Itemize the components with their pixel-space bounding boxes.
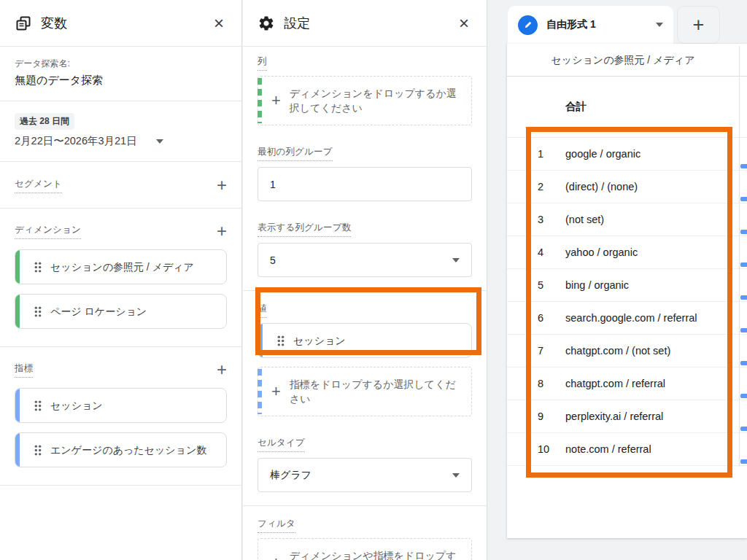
bar-chart-stub bbox=[740, 164, 747, 168]
chevron-down-icon[interactable] bbox=[656, 23, 663, 27]
column-groups-count-label: 表示する列グループ数 bbox=[258, 222, 351, 237]
bar-chart-stub bbox=[740, 295, 747, 300]
row-rank: 4 bbox=[538, 246, 565, 258]
add-metric-button[interactable]: + bbox=[217, 361, 227, 378]
settings-panel: 設定 × 列 + ディメンションをドロップするか選択してください 最初の列グルー… bbox=[243, 0, 487, 560]
add-tab-button[interactable]: + bbox=[677, 6, 720, 44]
row-value: google / organic bbox=[565, 148, 640, 160]
plus-icon: + bbox=[271, 93, 281, 108]
segments-label: セグメント bbox=[15, 178, 62, 193]
columns-dropzone[interactable]: + ディメンションをドロップするか選択してください bbox=[258, 76, 472, 125]
date-range-section[interactable]: 過去 28 日間 2月22日〜2026年3月21日 bbox=[0, 101, 241, 162]
metrics-dropzone[interactable]: + 指標をドロップするか選択してください bbox=[258, 367, 472, 416]
row-rank: 10 bbox=[538, 443, 565, 455]
metric-chip[interactable]: エンゲージのあったセッション数 bbox=[15, 432, 227, 467]
row-value: note.com / referral bbox=[565, 443, 651, 455]
drag-handle-icon[interactable] bbox=[34, 262, 42, 273]
table-row[interactable]: 10 note.com / referral bbox=[507, 432, 747, 465]
table-column-header-label: セッションの参照元 / メディア bbox=[507, 44, 739, 76]
row-value: chatgpt.com / referral bbox=[565, 378, 665, 389]
metric-chip[interactable]: セッション bbox=[15, 388, 227, 423]
bar-chart-stub bbox=[740, 427, 747, 431]
drag-handle-icon[interactable] bbox=[277, 335, 285, 346]
first-column-group-label: 最初の列グループ bbox=[258, 146, 333, 161]
row-rank: 2 bbox=[538, 181, 565, 192]
bar-chart-stub bbox=[740, 459, 747, 464]
variables-icon bbox=[15, 15, 32, 32]
row-rank: 1 bbox=[538, 148, 565, 160]
table-column-header[interactable]: セッションの参照元 / メディア bbox=[507, 44, 747, 77]
drag-handle-icon[interactable] bbox=[34, 306, 42, 317]
divider bbox=[243, 505, 487, 506]
bar-chart-stub bbox=[740, 230, 747, 234]
add-segment-button[interactable]: + bbox=[217, 176, 227, 194]
add-dimension-button[interactable]: + bbox=[217, 222, 227, 240]
dimension-chip[interactable]: セッションの参照元 / メディア bbox=[15, 249, 227, 284]
table-row[interactable]: 3 (not set) bbox=[507, 203, 747, 236]
value-metric-chip-label: セッション bbox=[293, 333, 346, 348]
drag-handle-icon[interactable] bbox=[34, 445, 42, 456]
row-value: search.google.com / referral bbox=[565, 312, 697, 324]
first-column-group-input[interactable]: 1 bbox=[258, 167, 472, 201]
dimension-chip-label: ページ ロケーション bbox=[50, 304, 147, 319]
chevron-down-icon[interactable] bbox=[156, 139, 163, 144]
cell-type-select[interactable]: 棒グラフ bbox=[258, 458, 472, 492]
dimensions-section: ディメンション + セッションの参照元 / メディア ページ ロケーション bbox=[0, 209, 241, 347]
table-row[interactable]: 4 yahoo / organic bbox=[507, 236, 747, 268]
row-value: bing / organic bbox=[565, 279, 629, 291]
columns-dropzone-text: ディメンションをドロップするか選択してください bbox=[290, 86, 462, 115]
table-total-label: 合計 bbox=[565, 100, 587, 114]
table-row[interactable]: 8 chatgpt.com / referral bbox=[507, 367, 747, 400]
table-total-row: 合計 bbox=[507, 77, 747, 137]
row-rank: 9 bbox=[538, 411, 565, 422]
row-rank: 6 bbox=[538, 312, 565, 324]
dimensions-label: ディメンション bbox=[15, 224, 81, 239]
chevron-down-icon bbox=[452, 258, 460, 262]
exploration-name-value[interactable]: 無題のデータ探索 bbox=[15, 74, 227, 88]
metrics-section: 指標 + セッション エンゲージのあったセッション数 bbox=[0, 347, 241, 486]
row-value: perplexity.ai / referral bbox=[565, 411, 663, 422]
exploration-name-section: データ探索名: 無題のデータ探索 bbox=[0, 47, 241, 101]
value-metric-chip[interactable]: セッション bbox=[258, 323, 472, 358]
filters-dropzone-text: ディメンションや指標をドロップするか選択してくだ bbox=[290, 548, 462, 560]
date-range-value: 2月22日〜2026年3月21日 bbox=[15, 134, 137, 148]
row-rank: 7 bbox=[538, 345, 565, 357]
segments-section: セグメント + bbox=[0, 162, 241, 209]
table-row[interactable]: 9 perplexity.ai / referral bbox=[507, 400, 747, 432]
plus-icon: + bbox=[271, 556, 281, 560]
pencil-icon bbox=[518, 15, 538, 35]
variables-panel-header: 変数 × bbox=[0, 0, 241, 47]
dimension-chip[interactable]: ページ ロケーション bbox=[15, 294, 227, 329]
column-groups-count-select[interactable]: 5 bbox=[258, 243, 472, 277]
variables-panel: 変数 × データ探索名: 無題のデータ探索 過去 28 日間 2月22日〜202… bbox=[0, 0, 242, 560]
column-groups-count-value: 5 bbox=[270, 254, 276, 266]
filters-dropzone[interactable]: + ディメンションや指標をドロップするか選択してくだ bbox=[258, 538, 472, 560]
close-icon[interactable]: × bbox=[211, 13, 227, 34]
bar-chart-stub bbox=[740, 197, 747, 201]
bar-chart-stub bbox=[740, 394, 747, 398]
row-rank: 8 bbox=[538, 378, 565, 389]
divider bbox=[243, 290, 487, 291]
chevron-down-icon bbox=[452, 473, 460, 478]
row-value: (not set) bbox=[565, 214, 604, 225]
drag-handle-icon[interactable] bbox=[34, 400, 42, 411]
table-row[interactable]: 6 search.google.com / referral bbox=[507, 301, 747, 334]
row-rank: 5 bbox=[538, 279, 565, 291]
first-column-group-value: 1 bbox=[270, 179, 276, 190]
table-row[interactable]: 2 (direct) / (none) bbox=[507, 170, 747, 203]
plus-icon: + bbox=[271, 384, 281, 399]
variables-panel-title: 変数 bbox=[41, 15, 211, 32]
date-range-badge: 過去 28 日間 bbox=[15, 113, 74, 130]
table-row[interactable]: 7 chatgpt.com / (not set) bbox=[507, 334, 747, 367]
filters-label: フィルタ bbox=[258, 518, 295, 533]
close-icon[interactable]: × bbox=[456, 13, 472, 34]
table-row[interactable]: 5 bing / organic bbox=[507, 268, 747, 301]
exploration-name-label: データ探索名: bbox=[15, 58, 227, 70]
tab-free-form-1[interactable]: 自由形式 1 bbox=[508, 6, 673, 44]
settings-panel-title: 設定 bbox=[284, 15, 456, 32]
dimension-chip-label: セッションの参照元 / メディア bbox=[50, 260, 194, 274]
gear-icon bbox=[258, 15, 275, 32]
values-label: 値 bbox=[258, 303, 267, 318]
table-row[interactable]: 1 google / organic bbox=[507, 137, 747, 170]
report-table: セッションの参照元 / メディア 合計 1 google / organic 2… bbox=[507, 44, 747, 538]
